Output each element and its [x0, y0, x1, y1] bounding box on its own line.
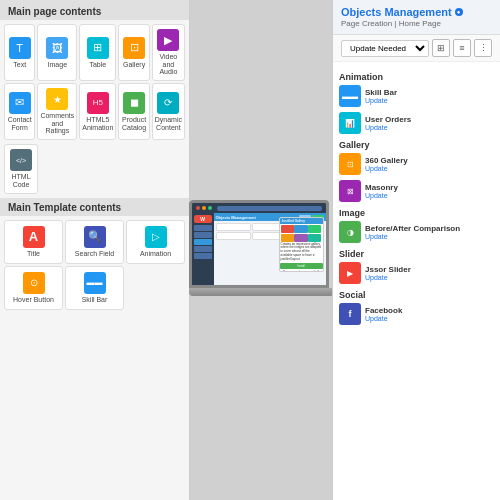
mini-gallery-popup: Justified Gallery Creates an impressive	[279, 217, 324, 272]
title-text: Objects Management	[341, 6, 452, 18]
before-after-update-item: ◑ Before/After Comparison Update	[339, 221, 494, 243]
right-panel-content: Animation ▬▬ Skill Bar Update 📊 User Ord…	[333, 62, 500, 492]
skill-bar-widget[interactable]: ▬▬ Skill Bar	[65, 266, 124, 310]
masonry-text: Masonry Update	[365, 183, 494, 199]
mini-sidebar-item-1	[194, 225, 212, 231]
360-gallery-update-item: ⊡ 360 Gallery Update	[339, 153, 494, 175]
masonry-icon: ⊠	[339, 180, 361, 202]
html-code-label: HTML Code	[7, 173, 35, 188]
360-gallery-icon: ⊡	[339, 153, 361, 175]
comments-icon: ★	[46, 88, 68, 110]
title-widget[interactable]: A Title	[4, 220, 63, 264]
hover-button-widget[interactable]: ⊙ Hover Button	[4, 266, 63, 310]
grid-view-button[interactable]: ⊞	[432, 39, 450, 57]
gallery-thumb-4	[281, 234, 294, 242]
mini-sidebar-item-4	[194, 246, 212, 252]
text-widget[interactable]: T Text	[4, 24, 35, 81]
table-icon: ⊞	[87, 37, 109, 59]
jssor-slider-icon: ▶	[339, 262, 361, 284]
video-audio-widget[interactable]: ▶ Video and Audio	[152, 24, 185, 81]
image-label: Image	[48, 61, 67, 69]
dynamic-content-widget[interactable]: ⟳ Dynamic Content	[152, 83, 185, 140]
gallery-thumb-1	[281, 225, 294, 233]
gallery-thumb-6	[308, 234, 321, 242]
search-field-widget[interactable]: 🔍 Search Field	[65, 220, 124, 264]
table-label: Table	[89, 61, 106, 69]
masonry-update-item: ⊠ Masonry Update	[339, 180, 494, 202]
mini-grid-item	[216, 232, 251, 240]
left-panel: Main page contents T Text 🖼 Image ⊞ Tabl…	[0, 0, 190, 500]
jssor-slider-update-item: ▶ Jssor Slider Update	[339, 262, 494, 284]
main-template-contents-title: Main Template contents	[0, 198, 189, 216]
laptop-wrapper: W Objects Management	[189, 200, 334, 300]
html5-label: HTML5 Animation	[82, 116, 113, 131]
jssor-slider-name: Jssor Slider	[365, 265, 494, 274]
more-options-button[interactable]: ⋮	[474, 39, 492, 57]
minimize-dot	[202, 206, 206, 210]
html5-widget[interactable]: H5 HTML5 Animation	[79, 83, 116, 140]
masonry-action[interactable]: Update	[365, 192, 494, 199]
skill-bar-name: Skill Bar	[365, 88, 494, 97]
list-view-button[interactable]: ≡	[453, 39, 471, 57]
dynamic-icon: ⟳	[157, 92, 179, 114]
video-label: Video and Audio	[155, 53, 182, 76]
hover-button-label: Hover Button	[13, 296, 54, 304]
before-after-icon: ◑	[339, 221, 361, 243]
contact-form-widget[interactable]: ✉ Contact Form	[4, 83, 35, 140]
mini-sidebar-item-3	[194, 239, 212, 245]
gallery-widget[interactable]: ⊡ Gallery	[118, 24, 149, 81]
mini-gallery-grid	[280, 224, 323, 243]
gallery-section-title: Gallery	[339, 140, 494, 150]
template-icon-grid: A Title 🔍 Search Field ▷ Animation ⊙ Hov…	[0, 216, 189, 314]
mini-sidebar-item-2	[194, 232, 212, 238]
main-page-icon-grid: T Text 🖼 Image ⊞ Table ⊡ Gallery ▶ Video…	[0, 20, 189, 144]
gallery-thumb-3	[308, 225, 321, 233]
facebook-text: Facebook Update	[365, 306, 494, 322]
table-widget[interactable]: ⊞ Table	[79, 24, 116, 81]
contact-form-icon: ✉	[9, 92, 31, 114]
gallery-description: Creates an impressive gallery where the …	[280, 243, 323, 262]
laptop-base	[189, 288, 334, 296]
mini-app-body: W Objects Management	[192, 213, 326, 285]
url-bar	[217, 206, 322, 211]
update-dropdown[interactable]: Update Needed	[341, 40, 429, 57]
html-code-widget[interactable]: </> HTML Code	[4, 144, 38, 193]
gallery-icon: ⊡	[123, 37, 145, 59]
gallery-thumb-5	[294, 234, 307, 242]
user-orders-name: User Orders	[365, 115, 494, 124]
right-panel-subtitle: Page Creation | Home Page	[341, 19, 492, 28]
mini-grid-item	[216, 223, 251, 231]
mini-sidebar: W	[192, 213, 214, 285]
html5-icon: H5	[87, 92, 109, 114]
search-icon: 🔍	[84, 226, 106, 248]
hover-button-icon: ⊙	[23, 272, 45, 294]
gallery-thumb-2	[294, 225, 307, 233]
comments-widget[interactable]: ★ Comments and Ratings	[37, 83, 77, 140]
skill-bar-action[interactable]: Update	[365, 97, 494, 104]
product-catalog-widget[interactable]: ◼ Product Catalog	[118, 83, 149, 140]
maximize-dot	[208, 206, 212, 210]
text-icon: T	[9, 37, 31, 59]
close-dot	[196, 206, 200, 210]
360-gallery-action[interactable]: Update	[365, 165, 494, 172]
skill-bar-update-icon: ▬▬	[339, 85, 361, 107]
skill-bar-label: Skill Bar	[82, 296, 108, 304]
skill-bar-update-text: Skill Bar Update	[365, 88, 494, 104]
animation-widget[interactable]: ▷ Animation	[126, 220, 185, 264]
user-orders-action[interactable]: Update	[365, 124, 494, 131]
video-icon: ▶	[157, 29, 179, 51]
facebook-action[interactable]: Update	[365, 315, 494, 322]
before-after-name: Before/After Comparison	[365, 224, 494, 233]
jssor-slider-action[interactable]: Update	[365, 274, 494, 281]
right-panel: Objects Management ● Page Creation | Hom…	[332, 0, 500, 500]
image-icon: 🖼	[46, 37, 68, 59]
image-widget[interactable]: 🖼 Image	[37, 24, 77, 81]
comments-label: Comments and Ratings	[40, 112, 74, 135]
before-after-action[interactable]: Update	[365, 233, 494, 240]
main-page-contents-title: Main page contents	[0, 0, 189, 20]
mini-browser-header	[192, 203, 326, 213]
animation-icon: ▷	[145, 226, 167, 248]
mini-sidebar-item-5	[194, 253, 212, 259]
masonry-name: Masonry	[365, 183, 494, 192]
user-orders-update-item: 📊 User Orders Update	[339, 112, 494, 134]
